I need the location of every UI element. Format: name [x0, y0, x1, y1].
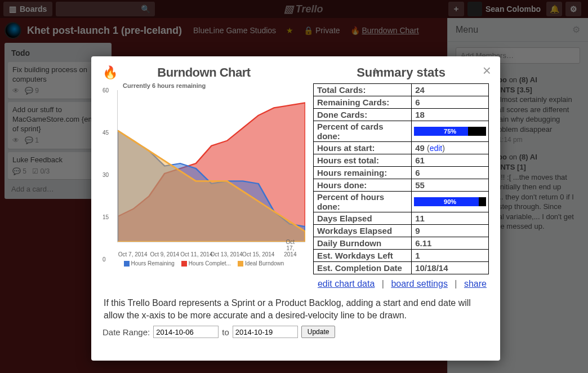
stat-value: 6 — [412, 96, 489, 109]
chart-title: Burndown Chart — [103, 65, 305, 80]
stat-value: 18 — [412, 109, 489, 121]
table-row: Percent of hours done:90% — [314, 192, 489, 212]
chart-subtitle: Currently 6 hours remaining — [123, 82, 305, 89]
stat-key: Done Cards: — [314, 109, 412, 121]
stat-value: 61 — [412, 154, 489, 167]
progress-bar: 90% — [414, 197, 486, 206]
table-row: Percent of cards done:75% — [314, 121, 489, 142]
stat-key: Hours est total: — [314, 154, 412, 167]
stat-key: Total Cards: — [314, 84, 412, 96]
x-tick: Oct 7, 2014 — [118, 251, 148, 257]
board-settings-link[interactable]: board settings — [391, 279, 448, 288]
stat-value: 10/18/14 — [412, 262, 489, 274]
x-tick: Oct 11, 2014 — [180, 251, 212, 257]
stat-value: 1 — [412, 250, 489, 262]
table-row: Hours at start:49 (edit) — [314, 142, 489, 154]
stat-value: 75% — [412, 121, 489, 142]
table-row: Daily Burndown6.11 — [314, 237, 489, 250]
stat-key: Workdays Elapsed — [314, 225, 412, 237]
x-tick: Oct 15, 2014 — [242, 251, 274, 257]
table-row: Done Cards:18 — [314, 109, 489, 121]
stat-key: Percent of cards done: — [314, 121, 412, 142]
table-row: Hours done:55 — [314, 179, 489, 192]
update-button[interactable]: Update — [301, 326, 336, 338]
modal-description: If this Trello Board represents a Sprint… — [104, 297, 488, 321]
stat-key: Daily Burndown — [314, 237, 412, 250]
chart-legend: Hours Remaining Hours Complet... Ideal B… — [103, 260, 305, 267]
progress-bar: 75% — [414, 127, 486, 136]
table-row: Total Cards:24 — [314, 84, 489, 96]
table-row: Days Elapsed11 — [314, 212, 489, 225]
stat-key: Percent of hours done: — [314, 192, 412, 212]
x-tick: Oct 13, 2014 — [210, 251, 242, 257]
y-tick: 15 — [103, 214, 109, 220]
modal-links: edit chart data | board settings | share — [313, 279, 487, 289]
stat-key: Days Elapsed — [314, 212, 412, 225]
chart-column: Burndown Chart Currently 6 hours remaini… — [103, 65, 305, 289]
table-row: Hours est total:61 — [314, 154, 489, 167]
start-date-input[interactable] — [153, 326, 219, 338]
summary-title: Summary stats — [313, 65, 489, 80]
stat-key: Remaining Cards: — [314, 96, 412, 109]
y-tick: 30 — [103, 172, 109, 178]
stat-value: 90% — [412, 192, 489, 212]
y-tick: 0 — [103, 256, 106, 263]
date-range-label: Date Range: — [103, 327, 150, 337]
stat-value: 55 — [412, 179, 489, 192]
table-row: Workdays Elapsed9 — [314, 225, 489, 237]
to-label: to — [222, 327, 229, 337]
stat-value: 11 — [412, 212, 489, 225]
stat-key: Hours done: — [314, 179, 412, 192]
date-range-row: Date Range: to Update — [103, 326, 489, 338]
delta-toggle[interactable]: Δ → — [373, 66, 387, 75]
stat-key: Hours remaining: — [314, 167, 412, 179]
edit-link[interactable]: edit — [430, 144, 443, 153]
table-row: Est. Completion Date10/18/14 — [314, 262, 489, 274]
stats-table: Total Cards:24Remaining Cards:6Done Card… — [313, 83, 489, 274]
close-icon[interactable]: × — [483, 62, 491, 79]
burndown-modal: 🔥 × Δ → Burndown Chart Currently 6 hours… — [91, 56, 500, 361]
stat-key: Est. Workdays Left — [314, 250, 412, 262]
table-row: Remaining Cards:6 — [314, 96, 489, 109]
stats-column: Summary stats Total Cards:24Remaining Ca… — [313, 65, 489, 289]
y-tick: 45 — [103, 130, 109, 136]
end-date-input[interactable] — [233, 326, 298, 338]
stat-value: 6.11 — [412, 237, 489, 250]
edit-chart-link[interactable]: edit chart data — [318, 279, 375, 288]
x-tick: Oct 17, 2014 — [283, 239, 298, 257]
stat-key: Est. Completion Date — [314, 262, 412, 274]
chart-svg — [118, 90, 305, 242]
chart-area: 0 15 30 45 60 Oct 7, 2014 Oc — [103, 90, 305, 259]
stat-value: 49 (edit) — [412, 142, 489, 154]
table-row: Est. Workdays Left1 — [314, 250, 489, 262]
stat-value: 6 — [412, 167, 489, 179]
stat-key: Hours at start: — [314, 142, 412, 154]
y-tick: 60 — [103, 87, 109, 94]
share-link[interactable]: share — [464, 279, 487, 288]
table-row: Hours remaining:6 — [314, 167, 489, 179]
stat-value: 24 — [412, 84, 489, 96]
flame-icon: 🔥 — [103, 65, 118, 80]
x-tick: Oct 9, 2014 — [150, 251, 179, 257]
stat-value: 9 — [412, 225, 489, 237]
